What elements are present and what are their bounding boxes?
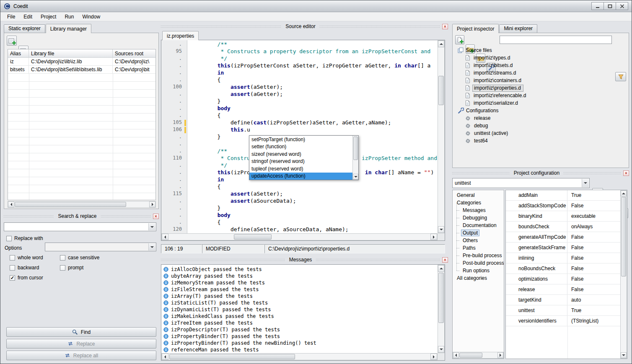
source-file-item[interactable]: import\iz\properties.d	[454, 84, 627, 92]
checkbox-icon[interactable]	[60, 255, 65, 261]
completion-item[interactable]: sizeof (reserved word)	[249, 150, 352, 158]
property-row[interactable]: optimizations False	[506, 274, 620, 284]
configuration-item[interactable]: release	[454, 114, 627, 122]
close-messages-panel-button[interactable]: ×	[442, 257, 448, 263]
property-row[interactable]: binaryKind executable	[506, 211, 620, 222]
scrollbar-thumb[interactable]	[169, 354, 295, 359]
completion-item[interactable]: tupleof (reserved word)	[249, 165, 352, 173]
message-item[interactable]: izDynamicList(T) passed the tests	[162, 306, 437, 313]
add-source-button[interactable]	[455, 35, 464, 44]
categories-hscrollbar[interactable]	[453, 352, 504, 359]
scrollbar-thumb[interactable]	[459, 353, 482, 358]
panel-drag-handle[interactable]	[452, 172, 510, 174]
message-item[interactable]: izArray(T) passed the tests	[162, 293, 437, 299]
maximize-button[interactable]	[604, 2, 616, 10]
gutter-line[interactable]: .	[161, 62, 187, 70]
property-row[interactable]: targetKind auto	[506, 295, 620, 305]
code-line[interactable]: {	[191, 112, 438, 119]
scroll-right-button[interactable]	[430, 354, 437, 360]
property-row[interactable]: generateAllTmpCode False	[506, 232, 620, 243]
combo-arrow-icon[interactable]	[148, 243, 155, 250]
scrollbar-thumb[interactable]	[353, 137, 358, 160]
tab-mini-explorer[interactable]: Mini explorer	[499, 24, 537, 33]
gutter-line[interactable]: .	[161, 183, 187, 191]
source-file-item[interactable]: import\iz\serializer.d	[454, 99, 627, 107]
message-item[interactable]: izFileStream passed the tests	[162, 286, 437, 293]
message-item[interactable]: izMakeLinkedClass passed the tests	[162, 313, 437, 320]
panel-drag-handle[interactable]	[4, 215, 54, 217]
replace-all-button[interactable]: Replace all	[6, 351, 156, 360]
scroll-left-button[interactable]	[8, 201, 14, 207]
message-item[interactable]: izMemoryStream passed the tests	[162, 279, 437, 286]
gutter-line[interactable]: .	[161, 41, 187, 48]
code-line[interactable]: */	[191, 55, 438, 62]
gutter-line[interactable]: .	[161, 205, 187, 212]
category-item[interactable]: General	[453, 191, 504, 199]
code-line[interactable]: this.u	[191, 126, 438, 134]
gutter-line[interactable]: .	[161, 105, 187, 112]
gutter-line[interactable]: .	[161, 148, 187, 155]
gutter-line[interactable]: 100	[161, 84, 187, 91]
column-header-sources-root[interactable]: Sources root	[113, 49, 155, 58]
column-header-library-file[interactable]: Library file	[29, 49, 113, 58]
replace-text-combo[interactable]	[45, 243, 156, 251]
message-item[interactable]: izPropDescriptor(T) passed the tests	[162, 326, 437, 333]
gutter-line[interactable]: 120	[161, 226, 187, 233]
source-file-item[interactable]: import\iz\containers.d	[454, 77, 627, 84]
editor-vscrollbar[interactable]	[438, 40, 445, 233]
scroll-down-button[interactable]	[621, 352, 627, 358]
code-line[interactable]: /**	[191, 41, 438, 48]
panel-drag-handle[interactable]	[316, 259, 440, 261]
property-row[interactable]: addStackStompCode False	[506, 201, 620, 211]
code-line[interactable]: in	[191, 70, 438, 77]
add-library-button[interactable]	[7, 36, 17, 46]
gutter-line[interactable]: 95	[161, 48, 187, 55]
replace-with-checkbox[interactable]: Replace with	[6, 235, 43, 242]
category-item[interactable]: Paths	[453, 244, 504, 252]
property-row[interactable]: versionIdentifiers (TStringList)	[506, 316, 620, 326]
panel-drag-handle[interactable]	[161, 26, 281, 28]
panel-drag-handle[interactable]	[101, 215, 151, 217]
code-line[interactable]: * Constructs a property descriptor from …	[191, 48, 438, 55]
messages-vscrollbar[interactable]	[438, 265, 445, 353]
search-option-checkbox[interactable]: prompt	[60, 263, 99, 273]
gutter-line[interactable]: .	[161, 91, 187, 98]
find-button[interactable]: Find	[6, 327, 156, 337]
messages-hscrollbar[interactable]	[161, 353, 438, 360]
scrollbar-thumb[interactable]	[438, 273, 444, 323]
property-row[interactable]: generateStackFrame False	[506, 243, 620, 253]
search-option-checkbox[interactable]: from cursor	[10, 273, 60, 283]
configuration-item[interactable]: test64	[454, 137, 627, 145]
code-line[interactable]: }	[191, 98, 438, 105]
library-row[interactable]: bitsets C:\Dev\dproj\bitSet\lib\bitsets.…	[8, 66, 155, 74]
gutter-line[interactable]: 115	[161, 191, 187, 198]
category-item[interactable]: Post-build process	[453, 259, 504, 267]
properties-vscrollbar[interactable]	[620, 190, 627, 359]
title-bar[interactable]: Coedit	[0, 0, 632, 12]
message-item[interactable]: referenceMan passed the tests	[162, 346, 437, 352]
code-line[interactable]: assert(aGetter);	[191, 91, 438, 98]
library-table-hscrollbar[interactable]	[8, 201, 156, 208]
category-item[interactable]: Debugging	[453, 214, 504, 222]
message-item[interactable]: izStaticList(T) passed the tests	[162, 299, 437, 306]
category-item[interactable]: Output	[453, 229, 504, 237]
completion-item[interactable]: setPropTarget (function)	[249, 136, 352, 143]
scroll-right-button[interactable]	[497, 352, 503, 358]
search-option-checkbox[interactable]: case sensitive	[60, 253, 99, 263]
search-option-checkbox[interactable]: backward	[10, 263, 60, 273]
code-line[interactable]: body	[191, 212, 438, 219]
code-line[interactable]: assert(aSourceData);	[191, 198, 438, 205]
property-row[interactable]: unittest True	[506, 305, 620, 316]
close-editor-panel-button[interactable]: ×	[442, 24, 448, 29]
gutter-line[interactable]: 105	[161, 119, 187, 126]
code-line[interactable]: assert(aSetter);	[191, 191, 438, 198]
gutter-line[interactable]: .	[161, 98, 187, 105]
category-item[interactable]: Others	[453, 237, 504, 244]
gutter-line[interactable]: 106	[161, 126, 187, 134]
tree-root-source-files[interactable]: Source files	[454, 46, 627, 54]
completion-item[interactable]: stringof (reserved word)	[249, 158, 352, 165]
checkbox-icon[interactable]	[60, 265, 65, 271]
code-line[interactable]: {	[191, 219, 438, 226]
message-item[interactable]: ubyteArray passed the tests	[162, 273, 437, 279]
completion-item[interactable]: updateAccess (function)	[249, 173, 352, 180]
